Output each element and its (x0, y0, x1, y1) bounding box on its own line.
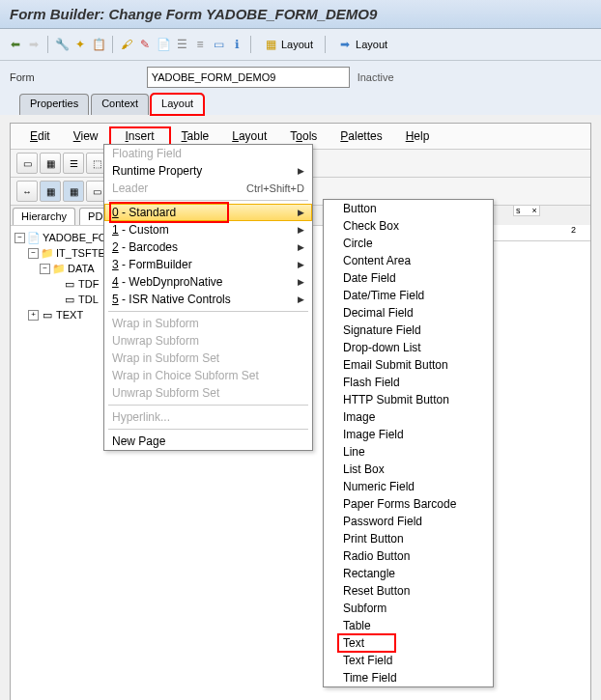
tool-icon-2[interactable]: ✦ (72, 37, 88, 52)
panel-tab-hierarchy[interactable]: Hierarchy (13, 208, 75, 225)
tool-icon-7[interactable]: ☰ (174, 37, 189, 52)
itb2-2[interactable]: ▦ (40, 181, 61, 202)
submenu-item-text[interactable]: Text (324, 634, 493, 652)
forward-icon[interactable]: ➡ (26, 37, 42, 52)
submenu-item-paper-forms-barcode[interactable]: Paper Forms Barcode (324, 495, 493, 513)
layout-label: Layout (281, 39, 313, 50)
tree-tdf-label: TDF (78, 278, 99, 290)
submenu-item-time-field[interactable]: Time Field (324, 669, 493, 686)
insert-formbuilder[interactable]: 3 - FormBuilder▶ (104, 256, 312, 273)
info-icon[interactable]: ℹ (229, 37, 244, 52)
submenu-item-table[interactable]: Table (324, 617, 493, 634)
submenu-item-numeric-field[interactable]: Numeric Field (324, 478, 493, 495)
canvas[interactable] (494, 241, 590, 700)
submenu-item-signature-field[interactable]: Signature Field (324, 322, 493, 339)
insert-runtime-property[interactable]: Runtime Property▶ (104, 162, 312, 180)
submenu-item-http-submit-button[interactable]: HTTP Submit Button (324, 391, 493, 408)
submenu-item-list-box[interactable]: List Box (324, 461, 493, 478)
tool-icon-1[interactable]: 🔧 (54, 37, 70, 52)
form-name-input[interactable] (147, 67, 350, 88)
shortcut-label: Ctrl+Shift+D (246, 182, 304, 194)
submenu-arrow-icon: ▶ (298, 242, 304, 252)
collapse-icon[interactable]: − (28, 248, 39, 259)
submenu-item-date-time-field[interactable]: Date/Time Field (324, 287, 493, 304)
ruler-close[interactable]: s × (513, 205, 540, 216)
tab-layout[interactable]: Layout (151, 94, 204, 115)
submenu-item-decimal-field[interactable]: Decimal Field (324, 304, 493, 322)
window-title: Form Builder: Change Form YADOBE_FORM_DE… (0, 0, 601, 29)
menu-separator (108, 429, 308, 430)
layout-button-1[interactable]: ▦ Layout (257, 34, 319, 55)
insert-menu: Floating Field Runtime Property▶ LeaderC… (103, 144, 313, 451)
form-icon: 📄 (27, 232, 41, 244)
submenu-item-button[interactable]: Button (324, 200, 493, 217)
tool-icon-4[interactable]: 🖌 (119, 37, 134, 52)
tab-properties[interactable]: Properties (19, 94, 89, 115)
insert-standard[interactable]: 0 - Standard▶ (104, 204, 312, 221)
menu-edit[interactable]: EEditdit (18, 127, 62, 145)
submenu-arrow-icon: ▶ (298, 294, 304, 304)
submenu-item-rectangle[interactable]: Rectangle (324, 565, 493, 582)
submenu-item-line[interactable]: Line (324, 443, 493, 461)
itb-2[interactable]: ▦ (40, 153, 61, 174)
submenu-item-print-button[interactable]: Print Button (324, 530, 493, 547)
insert-hyperlink: Hyperlink... (104, 408, 312, 426)
submenu-item-password-field[interactable]: Password Field (324, 513, 493, 530)
submenu-item-date-field[interactable]: Date Field (324, 269, 493, 287)
insert-webdynpro[interactable]: 4 - WebDynproNative▶ (104, 273, 312, 291)
text-icon: ▭ (63, 278, 76, 291)
back-icon[interactable]: ⬅ (8, 37, 23, 52)
tool-icon-3[interactable]: 📋 (91, 37, 106, 52)
insert-barcodes[interactable]: 2 - Barcodes▶ (104, 238, 312, 256)
insert-custom[interactable]: 1 - Custom▶ (104, 221, 312, 238)
submenu-item-flash-field[interactable]: Flash Field (324, 374, 493, 391)
menu-help[interactable]: Help (394, 127, 442, 145)
itb-3[interactable]: ☰ (63, 153, 84, 174)
layout-editor: EEditdit View Insert Table Layout Tools … (10, 123, 591, 700)
itb2-1[interactable]: ↔ (16, 181, 38, 202)
insert-unwrap-subform-set: Unwrap Subform Set (104, 384, 312, 402)
menu-layout[interactable]: Layout (220, 127, 278, 145)
tool-icon-9[interactable]: ▭ (211, 37, 226, 52)
collapse-icon[interactable]: − (40, 264, 50, 274)
menu-table[interactable]: Table (170, 127, 221, 145)
submenu-arrow-icon: ▶ (298, 225, 304, 235)
submenu-item-email-submit-button[interactable]: Email Submit Button (324, 356, 493, 374)
submenu-item-image[interactable]: Image (324, 408, 493, 426)
submenu-item-check-box[interactable]: Check Box (324, 217, 493, 235)
layout-icon: ▦ (263, 37, 278, 52)
close-icon[interactable]: × (532, 206, 537, 215)
submenu-item-text-field[interactable]: Text Field (324, 652, 493, 669)
itb2-3[interactable]: ▦ (63, 181, 84, 202)
tool-icon-5[interactable]: ✎ (137, 37, 153, 52)
submenu-item-radio-button[interactable]: Radio Button (324, 547, 493, 565)
ruler: 2 (494, 225, 590, 241)
insert-floating-field: Floating Field (104, 145, 312, 162)
itb-1[interactable]: ▭ (16, 153, 38, 174)
menu-tools[interactable]: Tools (278, 127, 329, 145)
submenu-item-image-field[interactable]: Image Field (324, 426, 493, 443)
expand-icon[interactable]: + (28, 310, 39, 321)
tool-icon-8[interactable]: ≡ (192, 37, 208, 52)
submenu-item-circle[interactable]: Circle (324, 235, 493, 252)
menu-palettes[interactable]: Palettes (329, 127, 393, 145)
menu-separator (108, 405, 308, 406)
submenu-arrow-icon: ▶ (298, 277, 304, 287)
insert-isr[interactable]: 5 - ISR Native Controls▶ (104, 291, 312, 308)
menu-insert[interactable]: Insert (110, 127, 170, 145)
folder-icon: 📁 (52, 263, 66, 275)
insert-new-page[interactable]: New Page (104, 433, 312, 450)
layout-button-2[interactable]: ➡ Layout (331, 34, 393, 55)
submenu-item-subform[interactable]: Subform (324, 600, 493, 617)
submenu-item-content-area[interactable]: Content Area (324, 252, 493, 269)
submenu-item-drop-down-list[interactable]: Drop-down List (324, 339, 493, 356)
submenu-item-reset-button[interactable]: Reset Button (324, 582, 493, 600)
tab-context[interactable]: Context (91, 94, 149, 115)
folder-icon: 📁 (41, 247, 54, 260)
menu-view[interactable]: View (62, 127, 110, 145)
tool-icon-6[interactable]: 📄 (156, 37, 171, 52)
form-label: Form (10, 71, 35, 83)
status-text: Inactive (358, 71, 394, 83)
text-icon: ▭ (63, 294, 76, 306)
collapse-icon[interactable]: − (14, 233, 25, 243)
